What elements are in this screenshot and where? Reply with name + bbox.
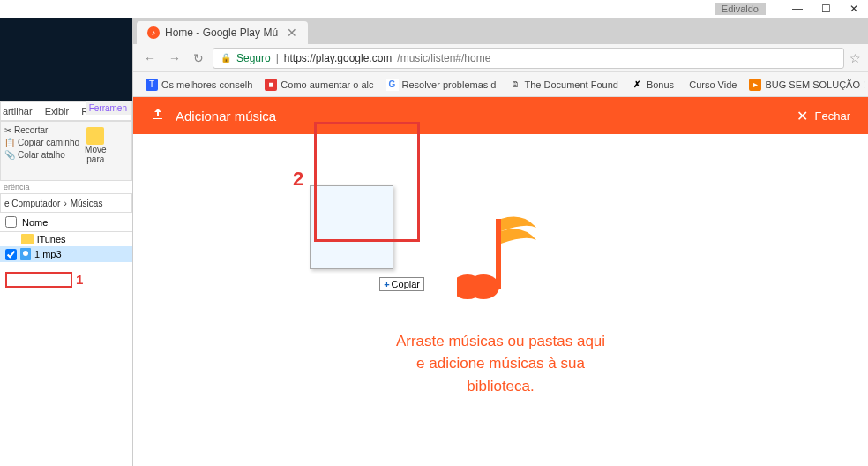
bookmark-icon: ✗ [631,79,643,91]
tab-favicon: ♪ [147,26,160,39]
url-input[interactable]: 🔒 Seguro | https://play.google.com/music… [213,48,844,69]
column-nome[interactable]: Nome [22,217,48,228]
ribbon-group-label: erência [0,181,132,193]
windows-titlebar: Edivaldo — ☐ ✕ [0,0,868,18]
ribbon-colar-atalho[interactable]: 📎Colar atalho [4,150,79,160]
modal-header: Adicionar música ✕ Fechar [133,97,868,134]
ribbon-recortar[interactable]: ✂Recortar [4,125,79,135]
annotation-1-border [5,272,72,288]
bookmark-0[interactable]: TOs melhores conselh [140,77,258,93]
modal-close-button[interactable]: ✕ Fechar [797,108,850,124]
explorer-ribbon: ✂Recortar 📋Copiar caminho 📎Colar atalho … [0,121,132,181]
bookmark-icon: ■ [265,79,277,91]
file-label: 1.mp3 [34,249,62,259]
secure-label: Seguro [236,52,271,64]
chrome-address-bar: ← → ↻ 🔒 Seguro | https://play.google.com… [133,44,868,72]
drop-zone-text: Arraste músicas ou pastas aqui e adicion… [396,330,605,398]
modal-title: Adicionar música [176,109,276,124]
user-badge: Edivaldo [715,3,766,15]
tab-close-button[interactable]: ✕ [287,26,297,40]
drop-text-line-2: e adicione músicas à sua [396,352,605,375]
breadcrumb-sep: › [64,199,66,208]
drop-text-line-1: Arraste músicas ou pastas aqui [396,330,605,353]
music-note-icon [457,203,545,312]
svg-rect-1 [496,219,501,289]
file-explorer: Ferramen artilhar Exibir R ✂Recortar 📋Co… [0,18,132,371]
bookmark-3[interactable]: 🗎The Document Found [504,77,624,93]
chrome-tab-active[interactable]: ♪ Home - Google Play Mú ✕ [137,21,308,44]
plus-icon: + [384,279,389,289]
bookmark-star-button[interactable]: ☆ [849,51,861,65]
drag-tooltip: + Copiar [379,277,424,291]
bookmark-icon: ▸ [749,79,761,91]
svg-point-0 [468,274,499,299]
explorer-breadcrumb[interactable]: e Computador › Músicas [0,193,132,213]
minimize-button[interactable]: — [783,0,812,18]
modal-drop-zone[interactable]: Arraste músicas ou pastas aqui e adicion… [133,134,868,466]
nav-forward-button[interactable]: → [165,51,184,65]
close-label: Fechar [815,109,850,123]
folder-icon [21,234,34,244]
bookmarks-bar: TOs melhores conselh ■Como aumentar o al… [133,72,868,97]
tab-title: Home - Google Play Mú [165,26,278,39]
breadcrumb-computador[interactable]: e Computador [4,199,60,208]
upload-icon [151,107,165,124]
chrome-browser: ♪ Home - Google Play Mú ✕ ← → ↻ 🔒 Seguro… [132,18,868,466]
bookmark-icon: 🗎 [509,79,521,91]
bookmark-2[interactable]: GResolver problemas d [381,77,502,93]
url-host: https://play.google.com [284,52,393,64]
file-checkbox[interactable] [5,249,17,260]
drop-text-line-3: biblioteca. [396,375,605,398]
ribbon-copiar-caminho[interactable]: 📋Copiar caminho [4,138,79,147]
annotation-2-number: 2 [293,168,303,191]
url-path: /music/listen#/home [397,52,490,64]
lock-icon: 🔒 [221,53,231,63]
menu-artilhar[interactable]: artilhar [3,106,33,116]
select-all-checkbox[interactable] [5,216,17,228]
close-window-button[interactable]: ✕ [840,0,868,18]
maximize-button[interactable]: ☐ [812,0,840,18]
bookmark-label: BUG SEM SOLUÇÃO ! [765,79,865,90]
file-1mp3[interactable]: 1.mp3 [0,246,132,262]
annotation-1-number: 1 [76,272,83,287]
bookmark-label: The Document Found [525,79,618,90]
bookmark-icon: T [146,79,158,91]
menu-exibir[interactable]: Exibir [45,106,70,116]
bookmark-1[interactable]: ■Como aumentar o alc [259,77,378,93]
nav-back-button[interactable]: ← [140,51,160,65]
close-icon: ✕ [797,108,808,124]
breadcrumb-musicas[interactable]: Músicas [71,199,103,208]
explorer-column-header[interactable]: Nome [0,213,132,232]
drag-tooltip-label: Copiar [392,279,420,289]
folder-label: iTunes [37,234,66,244]
annotation-2-border [314,122,420,242]
add-music-modal: Adicionar música ✕ Fechar Arraste música… [133,97,868,466]
bookmark-label: Bonus — Curso Vide [647,79,737,90]
bookmark-label: Resolver problemas d [402,79,497,90]
bookmark-4[interactable]: ✗Bonus — Curso Vide [625,77,743,93]
bookmark-5[interactable]: ▸BUG SEM SOLUÇÃO ! [744,77,868,93]
bookmark-label: Os melhores conselh [161,79,252,90]
folder-itunes[interactable]: iTunes [0,232,132,246]
chrome-tabs: ♪ Home - Google Play Mú ✕ [133,18,868,44]
mp3-file-icon [20,248,31,260]
bookmark-label: Como aumentar o alc [281,79,373,90]
dark-panel [0,18,132,101]
nav-reload-button[interactable]: ↻ [190,51,207,65]
file-list: iTunes 1.mp3 [0,232,132,262]
bookmark-icon: G [386,79,399,91]
ribbon-tab-ferramen[interactable]: Ferramen [86,101,131,115]
ribbon-move[interactable]: Move para [81,125,109,177]
